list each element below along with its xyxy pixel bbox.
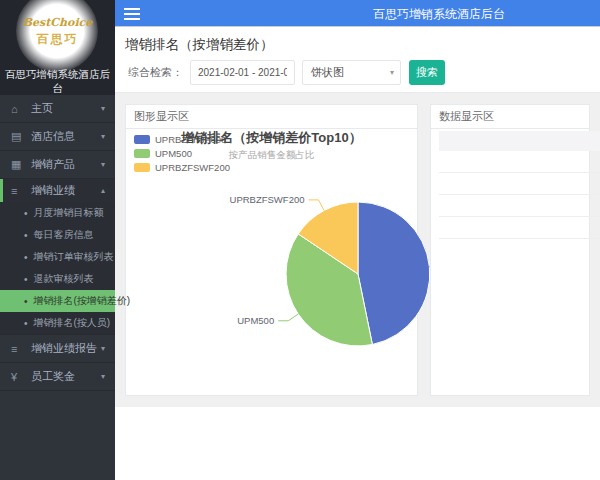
submenu-item-order-review-list[interactable]: • 增销订单审核列表 xyxy=(0,246,115,268)
sidebar-item-staff-bonus[interactable]: ¥ 员工奖金 ▾ xyxy=(0,363,115,391)
table-row xyxy=(439,195,600,217)
sidebar-item-hotel-info[interactable]: ▤ 酒店信息 ▾ xyxy=(0,123,115,151)
search-label: 综合检索： xyxy=(128,65,183,80)
chart-card-title: 图形显示区 xyxy=(126,105,417,129)
bullet-icon: • xyxy=(24,252,28,263)
sidebar-item-label: 主页 xyxy=(31,101,101,116)
topbar: 百思巧增销系统酒店后台 xyxy=(115,0,600,27)
chevron-down-icon: ▾ xyxy=(101,160,105,169)
submenu-item-daily-room-info[interactable]: • 每日客房信息 xyxy=(0,224,115,246)
bullet-icon: • xyxy=(24,296,28,307)
chart-type-value: 饼状图 xyxy=(311,65,344,80)
pie-label: UPRBZFSWF200 xyxy=(230,194,305,205)
submenu-item-ranking-by-person[interactable]: • 增销排名(按人员) xyxy=(0,312,115,334)
sidebar: BestChoice 百思巧 百思巧增销系统酒店后台 ⌂ 主页 ▾ ▤ 酒店信息… xyxy=(0,0,115,480)
sidebar-item-label: 增销业绩报告 xyxy=(31,341,101,356)
upsell-performance-submenu: • 月度增销目标额 • 每日客房信息 • 增销订单审核列表 • 退款审核列表 •… xyxy=(0,202,115,335)
main-content: 百思巧增销系统酒店后台 增销排名（按增销差价） 综合检索： 饼状图 ▾ 搜索 图… xyxy=(115,0,600,480)
chart-card: 图形显示区 UPRBZFHJF600 UPM500 UPRBZFSWF200 增… xyxy=(125,104,418,396)
sidebar-item-upsell-performance[interactable]: ≡ 增销业绩 ▴ xyxy=(0,179,115,202)
sidebar-item-home[interactable]: ⌂ 主页 ▾ xyxy=(0,95,115,123)
page-title: 增销排名（按增销差价） xyxy=(115,27,600,52)
logo-caption: 百思巧增销系统酒店后台 xyxy=(0,68,115,95)
search-button[interactable]: 搜索 xyxy=(409,60,445,85)
sidebar-item-upsell-products[interactable]: ▦ 增销产品 ▾ xyxy=(0,151,115,179)
bonus-icon: ¥ xyxy=(11,371,24,383)
data-card: 数据显示区 xyxy=(430,104,590,396)
table-row xyxy=(439,173,600,195)
home-icon: ⌂ xyxy=(11,103,24,115)
logo: BestChoice 百思巧 百思巧增销系统酒店后台 xyxy=(0,0,115,95)
table-header-row xyxy=(439,131,600,151)
bullet-icon: • xyxy=(24,230,28,241)
table-row xyxy=(439,151,600,173)
report-icon: ≡ xyxy=(11,343,24,355)
product-icon: ▦ xyxy=(11,158,24,171)
pie-label: UPM500 xyxy=(237,315,274,326)
hamburger-menu-icon[interactable] xyxy=(124,8,140,23)
table-row xyxy=(439,217,600,239)
chevron-down-icon: ▾ xyxy=(101,132,105,141)
chevron-down-icon: ▾ xyxy=(390,68,394,77)
logo-sub-text: 百思巧 xyxy=(0,31,115,48)
logo-brand-text: BestChoice xyxy=(0,16,115,29)
hotel-icon: ▤ xyxy=(11,130,24,143)
performance-icon: ≡ xyxy=(11,185,24,197)
bullet-icon: • xyxy=(24,318,28,329)
pie-slice-UPRBZFHJF600[interactable] xyxy=(358,202,430,345)
sidebar-item-label: 增销产品 xyxy=(31,157,101,172)
sidebar-item-label: 增销业绩 xyxy=(31,183,101,198)
chart-type-select[interactable]: 饼状图 ▾ xyxy=(302,60,401,85)
content-panel: 图形显示区 UPRBZFHJF600 UPM500 UPRBZFSWF200 增… xyxy=(115,92,600,407)
submenu-item-monthly-target[interactable]: • 月度增销目标额 xyxy=(0,202,115,224)
chevron-down-icon: ▾ xyxy=(101,344,105,353)
date-range-input[interactable] xyxy=(190,60,295,85)
sidebar-item-performance-report[interactable]: ≡ 增销业绩报告 ▾ xyxy=(0,335,115,363)
data-card-title: 数据显示区 xyxy=(431,105,589,129)
submenu-item-ranking-by-price-diff[interactable]: • 增销排名(按增销差价) xyxy=(0,290,115,312)
chevron-down-icon: ▾ xyxy=(101,372,105,381)
chevron-up-icon: ▴ xyxy=(101,186,105,195)
filter-bar: 综合检索： 饼状图 ▾ 搜索 xyxy=(115,52,600,92)
pie-label-line xyxy=(309,200,325,211)
bullet-icon: • xyxy=(24,274,28,285)
chevron-down-icon: ▾ xyxy=(101,104,105,113)
app-title: 百思巧增销系统酒店后台 xyxy=(373,6,505,23)
sidebar-item-label: 员工奖金 xyxy=(31,369,101,384)
pie-label-line xyxy=(278,314,298,321)
bullet-icon: • xyxy=(24,208,28,219)
sidebar-item-label: 酒店信息 xyxy=(31,129,101,144)
submenu-item-refund-review-list[interactable]: • 退款审核列表 xyxy=(0,268,115,290)
